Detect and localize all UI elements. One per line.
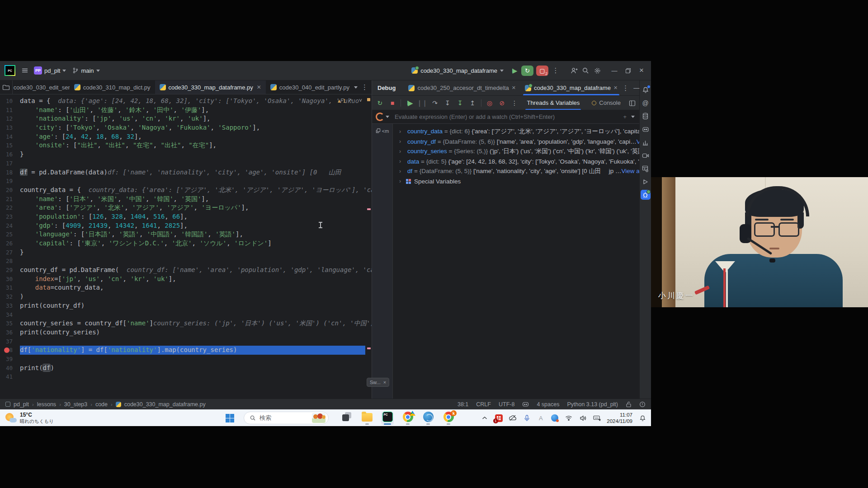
code-line[interactable]: 31 data=country_data, (0, 283, 372, 292)
variable-row[interactable]: › df = {DataFrame: (5, 5)} ['name', 'nat… (393, 166, 639, 176)
rerun-icon[interactable]: ↻ (376, 99, 384, 108)
chrome-drive-button[interactable] (401, 412, 414, 425)
settings-button[interactable] (591, 65, 603, 76)
hidden-tabs-chevron-icon[interactable] (354, 86, 358, 90)
tray-app-badge[interactable]: 1 (495, 414, 503, 422)
change-mark[interactable] (367, 347, 371, 349)
code-line[interactable]: 28 (0, 257, 372, 266)
screencast-button[interactable] (641, 150, 651, 160)
volume-button[interactable] (579, 415, 587, 421)
resume-icon[interactable]: I▶ (405, 99, 414, 108)
line-number[interactable]: 38 (0, 346, 20, 355)
variable-row[interactable]: › country_df = {DataFrame: (5, 6)} ['nam… (393, 136, 639, 146)
keyboard-layout-button[interactable] (593, 415, 601, 421)
code-line[interactable]: 33print(country_df) (0, 301, 372, 310)
close-icon[interactable]: ✕ (512, 85, 516, 91)
code-line[interactable]: 37 (0, 337, 372, 346)
notification-popup[interactable]: Sw... × (367, 378, 389, 387)
tray-overflow-button[interactable] (481, 416, 489, 420)
layout-settings-icon[interactable] (629, 100, 636, 107)
code-editor[interactable]: 10data = { data: {'age': [24, 42, 18, 68… (0, 94, 372, 399)
notifications-button[interactable] (641, 85, 651, 95)
variable-row[interactable]: › country_data = {dict: 6} {'area': ['アジ… (393, 127, 639, 136)
tab-threads-variables[interactable]: Threads & Variables (523, 96, 584, 110)
ime-indicator[interactable]: A (537, 415, 545, 422)
code-line[interactable]: 29country_df = pd.DataFrame( country_df:… (0, 266, 372, 275)
line-number[interactable]: 35 (0, 319, 20, 328)
debug-tab-map-dataframe[interactable]: code30_330_map_dataframe ✕ (520, 80, 622, 95)
line-number[interactable]: 20 (0, 186, 20, 195)
tab-code30_040_edit_partly[interactable]: code30_040_edit_partly.py (266, 80, 354, 94)
line-number[interactable]: 14 (0, 132, 20, 141)
microphone-button[interactable] (523, 415, 531, 422)
profiler-button[interactable] (641, 137, 651, 147)
code-line[interactable]: 10data = { data: {'age': [24, 42, 18, 68… (0, 97, 372, 106)
line-number[interactable]: 30 (0, 275, 20, 284)
taskbar-clock[interactable]: 11:07 2024/11/09 (607, 412, 632, 425)
code-line[interactable]: 15 'onsite': ["出社", "出社", "在宅", "出社", "在… (0, 141, 372, 150)
task-view-button[interactable] (340, 412, 353, 425)
start-button[interactable] (222, 414, 237, 422)
line-number[interactable]: 17 (0, 159, 20, 168)
code-line[interactable]: 11 'name': ['山田', '佐藤', '鈴木', '田中', '伊藤'… (0, 106, 372, 115)
expand-chevron-icon[interactable]: › (399, 128, 401, 135)
project-widget[interactable]: PP pd_plt (31, 65, 69, 76)
close-icon[interactable]: ✕ (613, 85, 618, 91)
breadcrumb-item[interactable]: 30_step3 (64, 401, 87, 408)
line-number[interactable]: 18 (0, 168, 20, 177)
stop-icon[interactable]: ■ (388, 99, 397, 108)
chevron-down-icon[interactable] (631, 116, 635, 120)
code-line[interactable]: 13 'city': ['Tokyo', 'Osaka', 'Nagoya', … (0, 123, 372, 132)
unlock-icon[interactable] (626, 401, 632, 408)
debug-options-icon[interactable]: ⋮ (622, 84, 629, 92)
line-number[interactable]: 11 (0, 106, 20, 115)
database-button[interactable] (641, 111, 651, 121)
line-number[interactable]: 25 (0, 230, 20, 239)
window-close-button[interactable]: × (635, 65, 648, 76)
code-line[interactable]: 36print(country_series) (0, 328, 372, 337)
code-line[interactable]: 30 index=['jp', 'us', 'cn', 'kr', 'uk'], (0, 275, 372, 284)
window-restore-button[interactable] (621, 65, 635, 76)
code-line[interactable]: 26 'capital': ['東京', 'ワシントンD.C.', '北京', … (0, 239, 372, 248)
line-number[interactable]: 22 (0, 203, 20, 212)
line-number[interactable]: 41 (0, 372, 20, 381)
line-number[interactable]: 37 (0, 337, 20, 346)
code-with-me-button[interactable] (568, 65, 580, 76)
rerun-debug-button[interactable]: ↻ (521, 66, 533, 76)
line-number[interactable]: 16 (0, 150, 20, 159)
taskbar-weather-widget[interactable]: 15°C 晴れのちくもり (0, 412, 97, 424)
code-line[interactable]: 17 (0, 159, 372, 168)
warning-badge[interactable]: ▲ 1 (337, 97, 346, 106)
code-line[interactable]: 22 'area': ['アジア', '北米', 'アジア', 'アジア', '… (0, 203, 372, 212)
special-variables-row[interactable]: › Special Variables (393, 176, 639, 186)
code-line[interactable]: 25 'language': ['日本語', '英語', '中国語', '韓国語… (0, 230, 372, 239)
variable-row[interactable]: › data = {dict: 5} {'age': [24, 42, 18, … (393, 156, 639, 166)
code-line[interactable]: 38df['nationality'] = df['nationality'].… (0, 346, 372, 355)
line-number[interactable]: 40 (0, 364, 20, 373)
tab-console[interactable]: Console (588, 96, 625, 110)
debug-tab-timedelta[interactable]: code30_250_accesor_dt_timedelta ✕ (404, 80, 520, 95)
line-number[interactable]: 29 (0, 266, 20, 275)
expand-chevron-icon[interactable]: › (399, 168, 401, 174)
line-number[interactable]: 27 (0, 248, 20, 257)
line-number[interactable]: 39 (0, 355, 20, 364)
tab-options-icon[interactable]: ⋮ (361, 83, 368, 91)
more-icon[interactable]: ⋮ (510, 99, 519, 108)
code-line[interactable]: 23 'population': [126, 328, 1404, 516, 6… (0, 212, 372, 221)
line-number[interactable]: 32 (0, 292, 20, 301)
main-menu-button[interactable] (19, 65, 31, 76)
line-number[interactable]: 21 (0, 195, 20, 204)
project-tool-button[interactable] (0, 80, 13, 94)
breadcrumb-item[interactable]: lessons (37, 401, 56, 408)
file-explorer-button[interactable] (361, 412, 373, 425)
code-line[interactable]: 16} (0, 150, 372, 159)
thread-selector[interactable] (372, 113, 393, 121)
line-number[interactable]: 31 (0, 283, 20, 292)
step-into-icon[interactable]: ↧ (443, 99, 452, 108)
copilot-icon[interactable] (522, 401, 529, 407)
code-line[interactable]: 40print(df) (0, 364, 372, 373)
add-watch-icon[interactable]: + (623, 113, 627, 120)
code-line[interactable]: 24 'gdp': [4909, 21439, 14342, 1641, 282… (0, 221, 372, 230)
close-tab-icon[interactable]: ✕ (257, 84, 261, 90)
frames-column[interactable]: <m (372, 124, 393, 399)
